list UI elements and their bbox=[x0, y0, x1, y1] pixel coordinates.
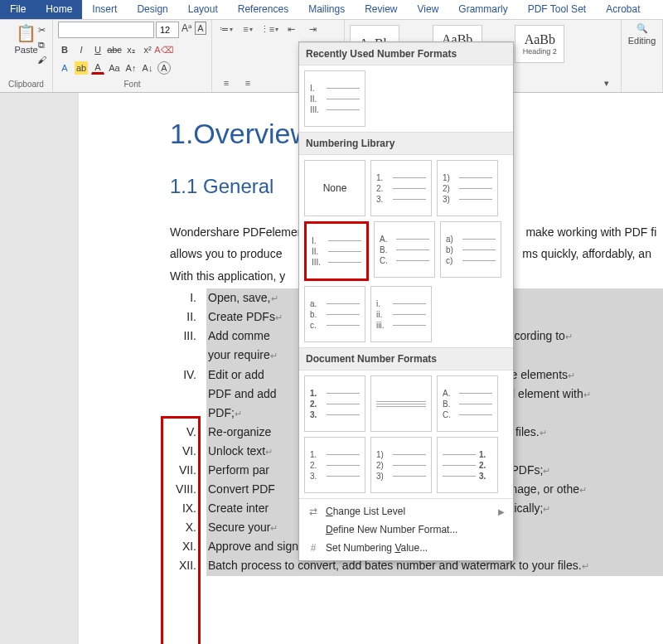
text-effect-icon[interactable]: A bbox=[58, 61, 71, 75]
change-list-level[interactable]: ⇄Change List Level▶ bbox=[299, 502, 513, 521]
char-border-icon[interactable]: A bbox=[195, 22, 206, 35]
italic-icon[interactable]: I bbox=[75, 43, 88, 56]
group-clipboard: 📋 Paste ✂ ⧉ 🖌 Clipboard bbox=[0, 20, 53, 92]
tab-insert[interactable]: Insert bbox=[82, 0, 127, 19]
cut-icon[interactable]: ✂ bbox=[35, 23, 48, 36]
numformat-upper-alpha[interactable]: A.B.C. bbox=[374, 221, 435, 278]
increase-indent-button[interactable]: ⇥ bbox=[303, 22, 322, 36]
numformat-lower-roman[interactable]: i.ii.iii. bbox=[370, 286, 432, 342]
numformat-doc-bold-decimal[interactable]: 1.2.3. bbox=[304, 375, 365, 432]
superscript-icon[interactable]: x² bbox=[141, 43, 154, 56]
number-icon: # bbox=[307, 542, 319, 554]
copy-icon[interactable]: ⧉ bbox=[35, 38, 48, 51]
clipboard-icon: 📋 bbox=[16, 23, 36, 43]
set-numbering-value[interactable]: #Set Numbering Value... bbox=[299, 539, 513, 557]
font-size-input[interactable] bbox=[156, 22, 179, 38]
section-library: Numbering Library bbox=[299, 132, 513, 155]
multilevel-button[interactable]: ⋮≡▾ bbox=[260, 22, 278, 36]
numformat-lower-alpha-paren[interactable]: a)b)c) bbox=[440, 221, 501, 278]
bold-icon[interactable]: B bbox=[58, 43, 71, 56]
tab-acrobat[interactable]: Acrobat bbox=[596, 0, 650, 19]
format-painter-icon[interactable]: 🖌 bbox=[35, 53, 48, 66]
section-docfmt: Document Number Formats bbox=[299, 347, 513, 370]
shrink-font-icon[interactable]: A↓ bbox=[141, 61, 154, 75]
section-recent: Recently Used Number Formats bbox=[299, 42, 513, 65]
font-name-input[interactable] bbox=[58, 22, 154, 38]
numformat-doc-plain[interactable] bbox=[370, 375, 432, 432]
align-left-button[interactable]: ≡ bbox=[217, 75, 235, 90]
style-heading2[interactable]: AaBbHeading 2 bbox=[515, 25, 564, 63]
numformat-doc-decimal-dot[interactable]: 1.2.3. bbox=[304, 437, 365, 493]
tab-home[interactable]: Home bbox=[36, 0, 82, 19]
tab-pdf-tool-set[interactable]: PDF Tool Set bbox=[518, 0, 596, 19]
tab-references[interactable]: References bbox=[228, 0, 298, 19]
styles-more-button[interactable]: ▾ bbox=[598, 75, 616, 90]
numformat-decimal-paren[interactable]: 1)2)3) bbox=[437, 160, 498, 216]
submenu-arrow-icon: ▶ bbox=[498, 507, 505, 516]
numformat-doc-upper-alpha[interactable]: A.B.C. bbox=[437, 375, 498, 432]
highlight-icon[interactable]: ab bbox=[75, 61, 88, 75]
menu-bar: File Home Insert Design Layout Reference… bbox=[0, 0, 663, 20]
case-icon[interactable]: Aᵃ bbox=[181, 22, 193, 35]
find-icon: 🔍 bbox=[636, 23, 648, 34]
enclosed-char-icon[interactable]: A bbox=[157, 61, 171, 75]
font-group-label: Font bbox=[58, 80, 206, 90]
numformat-recent-roman[interactable]: I. II. III. bbox=[304, 70, 365, 127]
tab-layout[interactable]: Layout bbox=[178, 0, 228, 19]
define-new-number-format[interactable]: Define New Number Format... bbox=[299, 521, 513, 539]
tab-design[interactable]: Design bbox=[127, 0, 177, 19]
numformat-doc-bold-right[interactable]: 1.2.3. bbox=[437, 437, 498, 493]
subscript-icon[interactable]: x₂ bbox=[124, 43, 138, 56]
numformat-upper-roman[interactable]: I.II.III. bbox=[304, 221, 369, 281]
numformat-none[interactable]: None bbox=[304, 160, 365, 216]
decrease-indent-button[interactable]: ⇤ bbox=[282, 22, 300, 36]
numformat-lower-alpha-dot[interactable]: a.b.c. bbox=[304, 286, 365, 342]
phonetic-icon[interactable]: Aa bbox=[108, 61, 121, 75]
tab-view[interactable]: View bbox=[408, 0, 449, 19]
grow-font-icon[interactable]: A↑ bbox=[124, 61, 138, 75]
underline-icon[interactable]: U bbox=[91, 43, 104, 56]
group-editing: 🔍 Editing bbox=[622, 20, 663, 92]
bullets-button[interactable]: ≔▾ bbox=[217, 22, 235, 36]
group-font: Aᵃ A B I U abc x₂ x² A⌫ A ab A Aa A↑ A↓ … bbox=[53, 20, 212, 92]
indent-icon: ⇄ bbox=[307, 506, 319, 517]
strike-icon[interactable]: abc bbox=[108, 43, 121, 56]
numbering-button[interactable]: ≡▾ bbox=[239, 22, 257, 36]
clipboard-group-label: Clipboard bbox=[5, 80, 47, 90]
clear-format-icon[interactable]: A⌫ bbox=[157, 43, 171, 56]
numbering-dropdown: Recently Used Number Formats I. II. III.… bbox=[298, 41, 514, 561]
align-center-button[interactable]: ≡ bbox=[239, 75, 257, 90]
tab-grammarly[interactable]: Grammarly bbox=[448, 0, 517, 19]
tab-mailings[interactable]: Mailings bbox=[298, 0, 355, 19]
editing-label: Editing bbox=[628, 36, 656, 46]
editing-button[interactable]: 🔍 Editing bbox=[627, 22, 657, 47]
font-color-icon[interactable]: A bbox=[91, 61, 104, 75]
tab-file[interactable]: File bbox=[0, 0, 36, 19]
numformat-doc-decimal-paren[interactable]: 1)2)3) bbox=[370, 437, 432, 493]
numformat-decimal-dot[interactable]: 1.2.3. bbox=[370, 160, 432, 216]
tab-review[interactable]: Review bbox=[355, 0, 407, 19]
